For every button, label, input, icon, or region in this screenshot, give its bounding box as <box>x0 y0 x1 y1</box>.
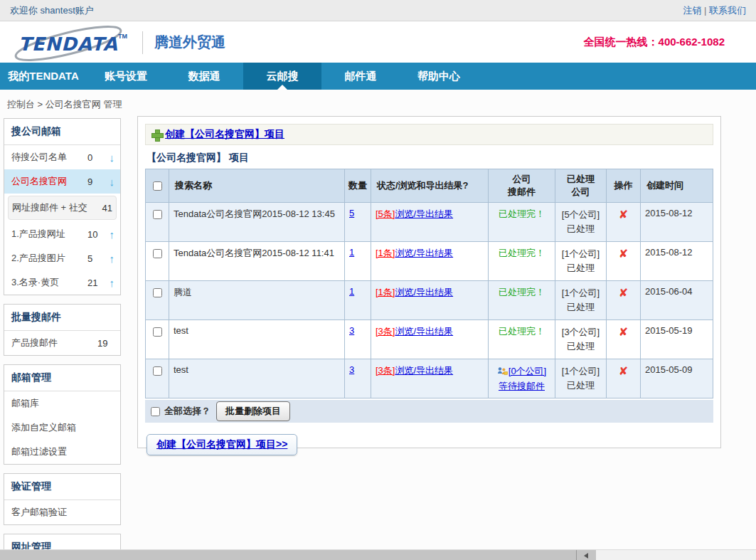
result-count-link[interactable]: 3 <box>349 325 354 336</box>
row-processed-cell: [3个公司]已处理 <box>555 320 607 359</box>
sidebar-item[interactable]: 2.产品搜图片5↑ <box>4 246 120 270</box>
sidebar-item-count: 41 <box>102 203 112 213</box>
sidebar-item[interactable]: 产品搜邮件19 <box>4 331 120 355</box>
sidebar-item[interactable]: 邮箱过滤设置 <box>4 440 120 464</box>
column-header: 状态/浏览和导出结果? <box>371 169 489 203</box>
row-checkbox[interactable] <box>153 327 162 337</box>
nav-tab-5[interactable]: 邮件通 <box>321 63 400 90</box>
delete-x-icon[interactable]: ✘ <box>619 208 628 221</box>
browse-export-link[interactable]: [1条]浏览/导出结果 <box>376 248 453 258</box>
sidebar-item[interactable]: 公司名搜官网9↓ <box>4 169 120 194</box>
processed-count: [1个公司] <box>560 247 602 261</box>
row-checkbox-cell <box>146 242 169 281</box>
email-status-done: 已处理完！ <box>499 208 545 219</box>
logout-link[interactable]: 注销 <box>683 5 701 16</box>
table-footer: 全部选择？ 批量删除项目 <box>145 400 713 423</box>
row-action-cell: ✘ <box>607 281 641 320</box>
create-project-link[interactable]: 创建【公司名搜官网】项目 <box>165 128 284 141</box>
status-count: [1条] <box>376 287 395 297</box>
result-count-link[interactable]: 1 <box>349 247 354 258</box>
status-count: [1条] <box>376 248 395 258</box>
row-processed-cell: [5个公司]已处理 <box>555 203 607 242</box>
sidebar-section-title: 搜公司邮箱 <box>4 119 120 145</box>
header-separator <box>142 31 143 54</box>
sidebar-item[interactable]: 网址搜邮件 + 社交41 <box>8 196 117 220</box>
column-header: 创建时间 <box>641 169 713 203</box>
batch-delete-button[interactable]: 批量删除项目 <box>216 401 290 421</box>
status-count: [3条] <box>376 326 395 337</box>
result-count-link[interactable]: 1 <box>349 286 354 297</box>
delete-x-icon[interactable]: ✘ <box>619 248 628 260</box>
browse-export-link[interactable]: [1条]浏览/导出结果 <box>376 287 453 297</box>
row-checkbox[interactable] <box>153 249 162 258</box>
email-status-done: 已处理完！ <box>499 287 545 297</box>
table-row: Tendata公司名搜官网2015-08-12 11:411[1条]浏览/导出结… <box>146 242 713 281</box>
processed-count: [1个公司] <box>560 286 602 300</box>
row-count-cell: 3 <box>345 359 371 398</box>
processed-count: [1个公司] <box>560 364 602 379</box>
nav-tab-label: 数据通 <box>188 70 220 83</box>
result-count-link[interactable]: 5 <box>349 208 354 218</box>
status-label: 浏览/导出结果 <box>395 326 453 337</box>
sidebar-item-label: 邮箱库 <box>11 397 115 410</box>
sidebar-item[interactable]: 邮箱库 <box>4 391 120 416</box>
sidebar-item-label: 1.产品搜网址 <box>11 228 87 241</box>
sidebar-item[interactable]: 3.名录·黄页21↑ <box>4 270 120 295</box>
contact-us-link[interactable]: 联系我们 <box>709 5 746 16</box>
header-checkbox-cell <box>146 169 169 203</box>
waiting-label-link[interactable]: 等待搜邮件 <box>499 381 545 391</box>
row-count-cell: 5 <box>345 203 371 242</box>
select-all-checkbox[interactable] <box>151 407 160 416</box>
sidebar-item-label: 公司名搜官网 <box>11 175 87 188</box>
delete-x-icon[interactable]: ✘ <box>619 326 628 338</box>
horizontal-scrollbar[interactable] <box>0 549 756 560</box>
arrow-up-icon: ↑ <box>105 253 115 265</box>
nav-tab-4[interactable]: 云邮搜 <box>243 63 321 90</box>
sidebar-item-label: 3.名录·黄页 <box>11 276 87 289</box>
scrollbar-thumb[interactable] <box>0 550 576 560</box>
sidebar-item[interactable]: 添加自定义邮箱 <box>4 416 120 440</box>
sidebar-item[interactable]: 客户邮箱验证 <box>4 500 120 524</box>
scrollbar-arrow-button[interactable] <box>576 550 596 560</box>
row-checkbox[interactable] <box>153 210 162 219</box>
row-status-cell: [5条]浏览/导出结果 <box>371 203 489 242</box>
row-processed-cell: [1个公司]已处理 <box>555 242 607 281</box>
processed-label: 已处理 <box>560 379 602 393</box>
product-name: 腾道外贸通 <box>154 33 225 52</box>
row-checkbox-cell <box>146 359 169 398</box>
row-checkbox[interactable] <box>153 366 162 376</box>
sidebar-item-count: 0 <box>87 152 105 163</box>
waiting-count-link[interactable]: [0个公司] <box>509 366 546 376</box>
arrow-up-icon: ↑ <box>105 277 115 289</box>
sidebar-item-label: 网址搜邮件 + 社交 <box>12 201 101 214</box>
sidebar-item[interactable]: 1.产品搜网址10↑ <box>4 222 120 246</box>
nav-tab-1[interactable]: 我的TENDATA <box>0 63 87 90</box>
header-select-checkbox[interactable] <box>153 181 162 191</box>
browse-export-link[interactable]: [5条]浏览/导出结果 <box>376 208 453 219</box>
row-created-cell: 2015-06-04 <box>641 281 713 320</box>
table-title: 【公司名搜官网】 项目 <box>147 152 713 164</box>
processed-count: [5个公司] <box>560 208 602 222</box>
row-action-cell: ✘ <box>607 359 641 398</box>
browse-export-link[interactable]: [3条]浏览/导出结果 <box>376 365 453 376</box>
scrollbar-arrow-icon <box>584 553 588 559</box>
select-all-label: 全部选择？ <box>164 405 211 418</box>
main-panel: 创建【公司名搜官网】项目 【公司名搜官网】 项目 搜索名称数量状态/浏览和导出结… <box>137 116 721 448</box>
sidebar-item[interactable]: 待搜公司名单0↓ <box>4 145 120 169</box>
browse-export-link[interactable]: [3条]浏览/导出结果 <box>376 326 453 337</box>
row-status-cell: [3条]浏览/导出结果 <box>371 320 489 359</box>
status-count: [3条] <box>376 365 395 376</box>
delete-x-icon[interactable]: ✘ <box>619 365 628 377</box>
tendata-logo[interactable]: TENDATA TM <box>10 24 137 61</box>
delete-x-icon[interactable]: ✘ <box>619 287 628 299</box>
result-count-link[interactable]: 3 <box>349 364 354 375</box>
create-project-button[interactable]: 创建【公司名搜官网】项目>> <box>147 434 297 455</box>
nav-tab-2[interactable]: 账号设置 <box>87 63 165 90</box>
nav-tab-3[interactable]: 数据通 <box>165 63 243 90</box>
nav-tab-6[interactable]: 帮助中心 <box>400 63 478 90</box>
nav-tab-label: 账号设置 <box>105 70 147 83</box>
breadcrumb[interactable]: 控制台 > 公司名搜官网 管理 <box>7 98 122 111</box>
status-label: 浏览/导出结果 <box>395 287 453 297</box>
row-checkbox[interactable] <box>153 288 162 297</box>
arrow-down-icon: ↓ <box>105 152 115 164</box>
